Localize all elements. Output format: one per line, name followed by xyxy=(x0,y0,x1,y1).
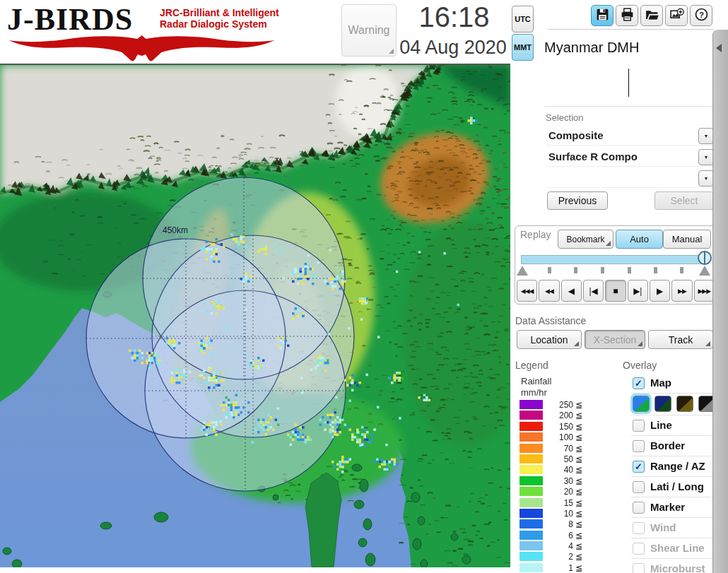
play-button[interactable]: ▶ xyxy=(650,280,670,302)
legend-operator: ≦ xyxy=(575,444,582,454)
selection-dropdown-0[interactable]: Composite▼ xyxy=(546,127,714,146)
track-button[interactable]: Track xyxy=(648,330,713,349)
open-button[interactable] xyxy=(640,5,663,26)
legend-color-swatch xyxy=(519,509,543,518)
checkbox xyxy=(633,543,645,555)
rewind-3-button[interactable]: ◀◀◀ xyxy=(517,280,537,302)
rewind-2-button[interactable]: ◀◀ xyxy=(539,280,559,302)
dropdown-arrow-icon[interactable]: ▼ xyxy=(698,170,714,187)
checkbox[interactable] xyxy=(633,440,645,452)
legend-operator: ≦ xyxy=(575,509,582,519)
stop-button[interactable]: ■ xyxy=(605,280,626,302)
panel-collapse-strip[interactable] xyxy=(712,30,728,573)
legend-operator: ≦ xyxy=(575,432,582,442)
legend-color-swatch xyxy=(519,531,543,540)
map-style-navy-darkgreen[interactable] xyxy=(654,396,671,412)
overlay-item-map[interactable]: ✓Map xyxy=(631,373,714,394)
x-section-button[interactable]: X-Section xyxy=(585,330,645,349)
playback-controls: ◀◀◀◀◀◀|◀■▶|▶▶▶▶▶▶ xyxy=(517,280,715,302)
legend-value: 2 xyxy=(546,552,573,562)
warning-button[interactable]: Warning xyxy=(341,4,397,57)
legend-operator: ≦ xyxy=(575,465,582,475)
checkbox[interactable] xyxy=(633,502,645,514)
add-image-button[interactable] xyxy=(665,5,688,26)
replay-slider-track[interactable] xyxy=(521,255,709,264)
jbirds-logo: J-BIRDS JRC-Brilliant & Intelligent Rada… xyxy=(6,1,288,61)
legend-operator: ≦ xyxy=(575,498,582,508)
legend-value: 200 xyxy=(546,410,573,420)
jbirds-app: J-BIRDS JRC-Brilliant & Intelligent Rada… xyxy=(0,0,728,573)
legend-value: 1 xyxy=(546,563,573,573)
legend-label: Legend xyxy=(515,360,548,371)
legend-color-swatch xyxy=(519,563,543,572)
replay-slider-thumb[interactable] xyxy=(698,251,712,265)
checkbox[interactable]: ✓ xyxy=(633,461,645,473)
text-cursor xyxy=(628,69,629,97)
map-style-blue-green[interactable] xyxy=(633,396,650,412)
overlay-item-label: Map xyxy=(650,377,671,389)
dropdown-value: Composite xyxy=(548,129,604,141)
overlay-item-line[interactable]: Line xyxy=(631,415,714,436)
map-view[interactable]: 450km xyxy=(0,64,510,567)
utc-button[interactable]: UTC xyxy=(512,6,534,33)
save-button[interactable] xyxy=(591,5,613,26)
legend-color-swatch xyxy=(519,400,543,409)
legend-value: 4 xyxy=(546,541,573,551)
overlay-item-label: Line xyxy=(650,419,672,431)
bookmark-button[interactable]: Bookmark xyxy=(558,230,613,249)
radar-map[interactable]: 450km xyxy=(0,65,510,567)
printer-icon xyxy=(620,7,635,25)
legend-color-swatch xyxy=(519,552,543,561)
overlay-item-shear-line[interactable]: Shear Line xyxy=(631,538,714,559)
legend-value: 70 xyxy=(546,444,573,454)
slider-tick xyxy=(574,267,577,273)
slider-end-marker[interactable] xyxy=(699,266,710,276)
overlay-item-marker[interactable]: Marker xyxy=(631,497,714,518)
reverse-play-button[interactable]: ◀ xyxy=(561,280,582,302)
eagle-icon xyxy=(6,34,278,64)
print-button[interactable] xyxy=(616,5,638,26)
dropdown-arrow-icon[interactable]: ▼ xyxy=(698,149,714,165)
legend-value: 100 xyxy=(546,432,573,442)
forward-2-button[interactable]: ▶▶ xyxy=(671,280,692,302)
legend-color-swatch xyxy=(519,444,543,453)
mmt-button[interactable]: MMT xyxy=(512,34,534,61)
logo-tagline: JRC-Brilliant & Intelligent Radar Dialog… xyxy=(160,7,279,30)
step-forward-button[interactable]: ▶| xyxy=(628,280,648,302)
checkbox[interactable]: ✓ xyxy=(633,377,645,389)
legend-color-swatch xyxy=(519,422,543,431)
forward-3-button[interactable]: ▶▶▶ xyxy=(694,280,715,302)
overlay-item-range-az[interactable]: ✓Range / AZ xyxy=(631,456,714,477)
clock-time: 16:18 xyxy=(403,1,505,33)
overlay-item-wind[interactable]: Wind xyxy=(631,518,714,538)
overlay-label: Overlay xyxy=(623,360,657,371)
manual-button[interactable]: Manual xyxy=(663,230,711,249)
select-button[interactable]: Select xyxy=(654,191,714,210)
overlay-item-lati-long[interactable]: Lati / Long xyxy=(631,477,714,497)
legend-value: 40 xyxy=(546,465,573,475)
checkbox[interactable] xyxy=(633,420,645,432)
selection-dropdown-1[interactable]: Surface R Compo▼ xyxy=(546,148,714,167)
dropdown-value: Surface R Compo xyxy=(548,150,638,163)
legend-unit: Rainfall mm/hr xyxy=(521,376,551,399)
panel-separator xyxy=(544,106,712,107)
checkbox[interactable] xyxy=(633,481,645,493)
dropdown-arrow-icon[interactable]: ▼ xyxy=(698,128,714,144)
svg-text:?: ? xyxy=(698,10,703,18)
selection-dropdown-2[interactable]: ▼ xyxy=(546,170,714,188)
map-style-dark-olive[interactable] xyxy=(676,396,693,412)
help-button[interactable]: ? xyxy=(690,5,712,26)
legend-value: 6 xyxy=(546,531,573,540)
data-assistance-label: Data Assistance xyxy=(515,315,586,326)
location-button[interactable]: Location xyxy=(517,330,582,349)
legend-color-swatch xyxy=(519,410,543,420)
step-back-button[interactable]: |◀ xyxy=(583,280,604,302)
slider-start-marker[interactable] xyxy=(517,266,528,276)
auto-button[interactable]: Auto xyxy=(616,230,663,249)
previous-button[interactable]: Previous xyxy=(547,191,608,210)
overlay-item-microburst[interactable]: Microburst xyxy=(631,559,714,573)
collapse-arrow-icon xyxy=(716,44,722,52)
legend-color-swatch xyxy=(519,465,543,474)
slider-tick xyxy=(548,267,551,273)
overlay-item-border[interactable]: Border xyxy=(631,436,714,456)
